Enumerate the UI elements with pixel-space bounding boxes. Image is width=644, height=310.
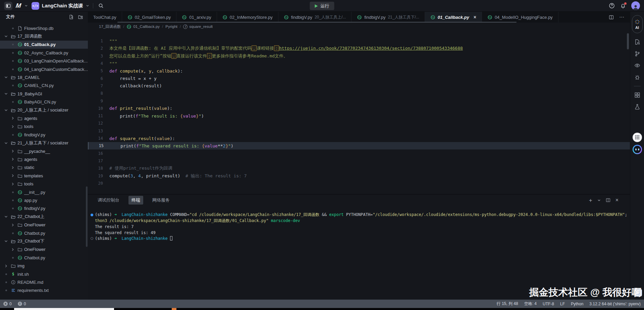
tree-folder-item[interactable]: tools — [0, 123, 88, 131]
status-python-interpreter[interactable]: 3.12.2 64-bit ('shims': pyenv) — [589, 302, 641, 306]
file-search-icon[interactable] — [634, 39, 640, 45]
editor-tab[interactable]: ToolChat.py — [88, 12, 122, 23]
tree-folder-item[interactable]: OneFlower — [0, 221, 88, 229]
editor-tab[interactable]: 01_Callback.py× — [425, 12, 482, 23]
line-number[interactable]: 1 — [88, 39, 103, 43]
status-cursor-position[interactable]: 行 15, 列 48 — [497, 301, 518, 307]
tree-file-item[interactable]: $init.sh — [0, 270, 88, 278]
split-editor-icon[interactable] — [609, 15, 614, 20]
tree-folder-item[interactable]: tools — [0, 180, 88, 188]
new-terminal-icon[interactable]: + — [589, 197, 592, 203]
code-line[interactable]: 12 — [88, 120, 630, 127]
tree-folder-item[interactable]: __pycache__ — [0, 147, 88, 155]
tree-folder-item[interactable]: 19_BabyAGI — [0, 90, 88, 98]
code-line[interactable]: 18# 使用print_result作为回调 — [88, 165, 630, 172]
tree-folder-item[interactable]: templates — [0, 172, 88, 180]
notifications-bell-icon[interactable] — [620, 3, 626, 9]
code-editor[interactable]: 1"""2本文件是【回调函数: 在 AI 应用中引入异步通信机制】章节的配套代码… — [88, 31, 630, 194]
tree-file-item[interactable]: BabyAGI_CN.py — [0, 98, 88, 106]
code-line[interactable]: 5def compute(x, y, callback): — [88, 67, 630, 75]
source-control-icon[interactable] — [634, 51, 640, 57]
tree-folder-item[interactable]: 17_回调函数 — [0, 32, 88, 40]
ai-mascot-button[interactable] — [633, 145, 642, 154]
editor-tab[interactable]: findbigV.py20_人脉工具上/... — [278, 12, 352, 23]
line-number[interactable]: 8 — [88, 91, 103, 96]
panel-toggle-floating-button[interactable] — [634, 289, 642, 297]
line-number[interactable]: 5 — [88, 69, 103, 73]
status-indentation[interactable]: 空格: 4 — [524, 301, 537, 307]
tree-file-item[interactable]: __init__.py — [0, 188, 88, 196]
line-number[interactable]: 9 — [88, 99, 103, 103]
close-panel-icon[interactable]: × — [615, 197, 619, 203]
tree-folder-item[interactable]: 22_Chatbot上 — [0, 213, 88, 221]
user-avatar[interactable] — [631, 1, 640, 10]
code-line[interactable]: 17 — [88, 157, 630, 165]
tree-folder-item[interactable]: 21_人脉工具下 / socializer — [0, 139, 88, 147]
line-number[interactable]: 16 — [88, 151, 103, 156]
line-number[interactable]: 10 — [88, 106, 103, 111]
code-line[interactable]: 16 — [88, 150, 630, 157]
more-actions-icon[interactable]: ⋯ — [619, 14, 625, 20]
line-number[interactable]: 18 — [88, 166, 103, 171]
line-number[interactable]: 17 — [88, 159, 103, 163]
tree-folder-item[interactable]: img — [0, 262, 88, 270]
marscode-logo[interactable]: M — [15, 2, 21, 9]
tree-folder-item[interactable]: 18_CAMEL — [0, 73, 88, 81]
code-line[interactable]: 14def square_result(value): — [88, 135, 630, 142]
current-code-line[interactable]: 15 print(f"The squared result is: {value… — [88, 142, 630, 149]
breadcrumb-item[interactable]: 01_Callback.py — [126, 24, 160, 29]
panel-tab[interactable]: 终端 — [128, 196, 143, 205]
tree-file-item[interactable]: findbigV.py — [0, 131, 88, 139]
tree-folder-item[interactable]: 23_Chatbot下 — [0, 237, 88, 245]
panel-tab[interactable]: 网络服务 — [149, 196, 173, 205]
run-button[interactable]: 运行 — [310, 2, 334, 10]
extensions-icon[interactable] — [634, 92, 640, 98]
code-line[interactable]: 3您可以点击最上方的“运行”按钮，直接运行该文件；更多操作指引请参考Readme… — [88, 52, 630, 60]
tree-file-item[interactable]: CAMEL_CN.py — [0, 82, 88, 90]
tree-folder-item[interactable]: static — [0, 164, 88, 172]
code-line[interactable]: 6 result = x + y — [88, 75, 630, 82]
tree-file-item[interactable]: 01_Callback.py — [0, 41, 88, 49]
code-line[interactable]: 1""" — [88, 37, 630, 45]
search-button[interactable] — [97, 2, 105, 10]
code-line[interactable]: 20 — [88, 180, 630, 187]
debug-bug-icon[interactable] — [634, 74, 640, 80]
close-icon[interactable]: × — [474, 15, 476, 19]
terminal-dropdown-icon[interactable] — [597, 198, 601, 202]
terminal[interactable]: (shims) ➜ LangChain-shizhanke COMMAND="c… — [88, 206, 630, 300]
preview-eye-icon[interactable] — [634, 62, 640, 69]
status-language-mode[interactable]: Python — [571, 302, 583, 306]
workspace-switcher[interactable]: </> LangChain 实战课 — [32, 2, 90, 10]
breadcrumb-item[interactable]: fsquare_result — [183, 25, 213, 29]
help-icon[interactable] — [609, 3, 615, 9]
split-terminal-icon[interactable] — [606, 198, 610, 203]
line-number[interactable]: 12 — [88, 121, 103, 126]
tree-folder-item[interactable]: agents — [0, 155, 88, 163]
line-number[interactable]: 6 — [88, 76, 103, 81]
editor-tab[interactable]: 02_InMemoryStore.py — [217, 12, 278, 23]
breadcrumb-item[interactable]: 17_回调函数 — [99, 24, 121, 29]
code-line[interactable]: 7 callback(result) — [88, 82, 630, 90]
line-number[interactable]: 15 — [89, 143, 104, 148]
status-eol[interactable]: LF — [560, 302, 565, 306]
tree-file-item[interactable]: requirements.txt — [0, 286, 88, 295]
code-line[interactable]: 4""" — [88, 60, 630, 67]
line-number[interactable]: 4 — [88, 61, 103, 66]
toggle-sidebar-button[interactable] — [4, 2, 12, 10]
line-number[interactable]: 7 — [88, 84, 103, 88]
breadcrumb-item[interactable]: Pyright — [165, 25, 177, 29]
code-line[interactable]: 10def print_result(value): — [88, 105, 630, 112]
line-number[interactable]: 11 — [88, 114, 103, 118]
test-beaker-icon[interactable] — [634, 104, 640, 110]
code-line[interactable]: 8 — [88, 90, 630, 97]
status-errors[interactable]: x0 — [3, 302, 12, 306]
panel-tab[interactable]: 调试控制台 — [95, 196, 122, 205]
tree-folder-item[interactable]: 20_人脉工具上 / socializer — [0, 106, 88, 114]
editor-scrollbar[interactable] — [627, 33, 629, 49]
tree-file-item[interactable]: FlowerShop.db — [0, 24, 88, 32]
code-line[interactable]: 9 — [88, 97, 630, 104]
line-number[interactable]: 20 — [88, 181, 103, 186]
code-line[interactable]: 19compute(3, 4, print_result) # 输出: The … — [88, 172, 630, 179]
code-line[interactable]: 2本文件是【回调函数: 在 AI 应用中引入异步通信机制】章节的配套代码，课程链… — [88, 45, 630, 52]
quick-grid-button[interactable] — [633, 133, 642, 142]
